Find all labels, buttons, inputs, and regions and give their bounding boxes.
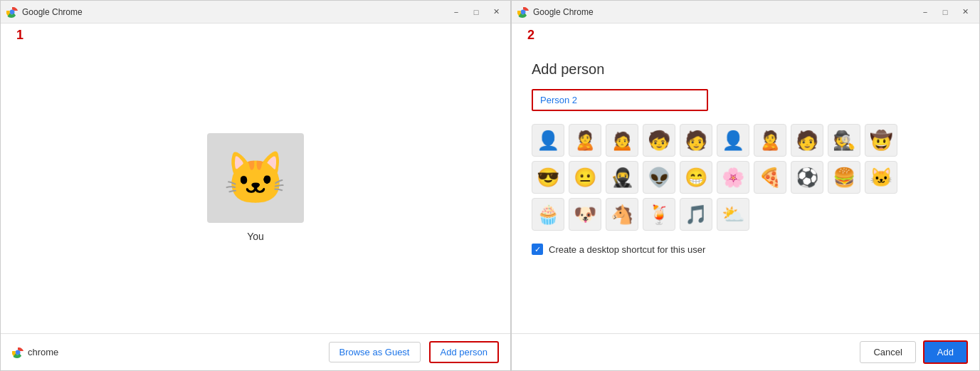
profile-avatar[interactable]: 🐱	[207, 133, 304, 223]
cat-emoji: 🐱	[223, 152, 288, 204]
avatar-cell-person-sunglasses[interactable]: 🕵️	[828, 124, 860, 157]
avatar-cell-person-green[interactable]: 🧒	[643, 124, 675, 157]
avatar-cell-silhouette[interactable]: 👤	[532, 124, 564, 157]
avatar-cell-cowboy[interactable]: 🤠	[865, 124, 897, 157]
avatar-cell-person-blue[interactable]: 🙎	[569, 124, 601, 157]
chrome-logo-text: chrome	[28, 347, 58, 357]
avatar-cell-grin[interactable]: 😁	[680, 161, 712, 194]
avatar-cell-burger[interactable]: 🍔	[828, 161, 860, 194]
titlebar-controls-1: − □ ✕	[448, 4, 505, 21]
window-2: Google Chrome − □ ✕ 2 Add person 👤🙎🙍🧒🧑👤🙎…	[511, 0, 980, 371]
avatar-cell-person-orange[interactable]: 🧑	[680, 124, 712, 157]
maximize-btn-1[interactable]: □	[468, 4, 485, 21]
avatar-cell-person-red[interactable]: 🙎	[754, 124, 786, 157]
profile-name: You	[247, 231, 264, 242]
avatar-cell-person-yellow[interactable]: 🧑	[791, 124, 823, 157]
window2-footer: Cancel Add	[512, 333, 979, 370]
avatar-cell-cupcake[interactable]: 🧁	[532, 198, 564, 231]
avatar-cell-pizza[interactable]: 🍕	[754, 161, 786, 194]
titlebar-title-1: Google Chrome	[22, 7, 448, 17]
add-button[interactable]: Add	[923, 340, 968, 364]
avatar-cell-horse[interactable]: 🐴	[606, 198, 638, 231]
avatar-cell-ninja[interactable]: 🥷	[606, 161, 638, 194]
window1-footer: chrome Browse as Guest Add person	[1, 333, 510, 370]
window1-body: 🐱 You	[1, 47, 510, 333]
add-person-button[interactable]: Add person	[429, 341, 500, 363]
close-btn-2[interactable]: ✕	[957, 4, 974, 21]
person-name-input[interactable]	[532, 89, 708, 111]
minimize-btn-1[interactable]: −	[448, 4, 465, 21]
avatar-cell-neutral[interactable]: 😐	[569, 161, 601, 194]
maximize-btn-2[interactable]: □	[937, 4, 954, 21]
profile-name-box: You	[207, 226, 304, 247]
avatar-cell-cloud[interactable]: ⛅	[717, 198, 749, 231]
window-number-2: 2	[519, 22, 543, 48]
browse-guest-button[interactable]: Browse as Guest	[329, 342, 421, 362]
avatar-cell-music[interactable]: 🎵	[680, 198, 712, 231]
titlebar-title-2: Google Chrome	[533, 7, 917, 17]
close-btn-1[interactable]: ✕	[488, 4, 505, 21]
desktop-shortcut-label: Create a desktop shortcut for this user	[549, 244, 705, 255]
avatar-cell-cat[interactable]: 🐱	[865, 161, 897, 194]
cancel-button[interactable]: Cancel	[860, 341, 915, 363]
chrome-icon-1	[6, 6, 18, 18]
avatar-cell-flower[interactable]: 🌸	[717, 161, 749, 194]
checkbox-row: ✓ Create a desktop shortcut for this use…	[532, 244, 959, 255]
window2-body: Add person 👤🙎🙍🧒🧑👤🙎🧑🕵️🤠😎😐🥷👽😁🌸🍕⚽🍔🐱🧁🐶🐴🍹🎵⛅ ✓…	[512, 47, 979, 333]
avatar-cell-alien[interactable]: 👽	[643, 161, 675, 194]
chrome-logo-footer: chrome	[12, 347, 58, 358]
avatar-cell-dog[interactable]: 🐶	[569, 198, 601, 231]
avatar-cell-soccer[interactable]: ⚽	[791, 161, 823, 194]
add-person-title: Add person	[532, 61, 959, 78]
avatar-cell-sunglasses-emoji[interactable]: 😎	[532, 161, 564, 194]
avatar-cell-person-gray[interactable]: 🙍	[606, 124, 638, 157]
minimize-btn-2[interactable]: −	[917, 4, 934, 21]
chrome-icon-2	[517, 6, 529, 18]
window-1: Google Chrome − □ ✕ 1 🐱 You chr	[0, 0, 511, 371]
titlebar-controls-2: − □ ✕	[917, 4, 974, 21]
avatar-cell-person-purple[interactable]: 👤	[717, 124, 749, 157]
chrome-logo-icon	[12, 347, 23, 358]
avatar-cell-cocktail[interactable]: 🍹	[643, 198, 675, 231]
avatar-grid: 👤🙎🙍🧒🧑👤🙎🧑🕵️🤠😎😐🥷👽😁🌸🍕⚽🍔🐱🧁🐶🐴🍹🎵⛅	[532, 124, 959, 231]
desktop-shortcut-checkbox[interactable]: ✓	[532, 244, 543, 255]
titlebar-2: Google Chrome − □ ✕	[512, 1, 979, 23]
titlebar-1: Google Chrome − □ ✕	[1, 1, 510, 23]
window-number-1: 1	[8, 22, 32, 48]
profile-container: 🐱 You	[207, 133, 304, 247]
